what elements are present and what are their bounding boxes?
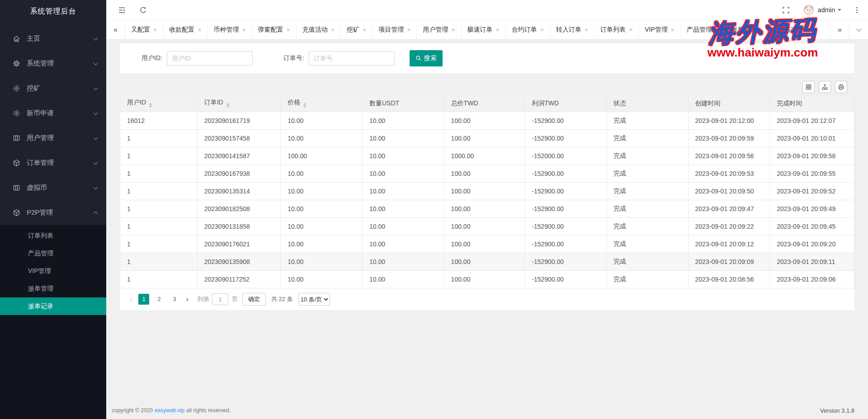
- refresh-icon[interactable]: [139, 6, 147, 14]
- tab-2[interactable]: 币种管理×: [208, 20, 252, 39]
- search-button[interactable]: 搜索: [410, 50, 443, 66]
- table-cell: -152900.00: [525, 253, 607, 271]
- close-icon[interactable]: ×: [496, 26, 500, 33]
- close-icon[interactable]: ×: [585, 26, 588, 33]
- tab-13[interactable]: 产品管理×: [681, 20, 725, 39]
- close-icon[interactable]: ×: [242, 26, 245, 33]
- tab-3[interactable]: 弹窗配置×: [252, 20, 297, 39]
- column-header[interactable]: 订单ID: [197, 95, 281, 112]
- close-icon[interactable]: ×: [804, 27, 807, 34]
- sort-icon[interactable]: [226, 102, 229, 109]
- table-cell: 10.00: [362, 218, 444, 235]
- table-cell: 完成: [606, 130, 688, 147]
- close-icon[interactable]: ×: [760, 26, 763, 33]
- easyweb-link[interactable]: easyweb.vip: [155, 407, 184, 414]
- close-icon[interactable]: ×: [451, 26, 455, 33]
- avatar[interactable]: [803, 5, 814, 15]
- orders-table: 用户ID订单ID价格数量USDT总价TWD利润TWD状态创建时间完成时间 160…: [120, 95, 854, 288]
- page-number-1[interactable]: 1: [138, 294, 149, 305]
- table-cell: 2023090167938: [197, 165, 281, 183]
- menu-fold-icon[interactable]: [118, 6, 126, 14]
- page-number-3[interactable]: 3: [169, 294, 180, 305]
- table-cell: 完成: [606, 183, 688, 200]
- sidebar-item-0[interactable]: 主页: [0, 26, 106, 51]
- username[interactable]: admin: [818, 6, 835, 14]
- table-panel: 用户ID订单ID价格数量USDT总价TWD利润TWD状态创建时间完成时间 160…: [120, 79, 854, 310]
- prev-page-icon[interactable]: ‹: [126, 295, 136, 304]
- sidebar-item-1[interactable]: 系统管理: [0, 51, 106, 76]
- sidebar-item-6[interactable]: 虚拟币: [0, 175, 106, 200]
- tabs-scroll-left-icon[interactable]: «: [106, 20, 125, 39]
- tab-label: VIP管理: [645, 26, 668, 34]
- tab-11[interactable]: 订单列表×: [594, 20, 639, 39]
- sort-icon[interactable]: [149, 102, 152, 109]
- tab-9[interactable]: 合约订单×: [506, 20, 550, 39]
- close-icon[interactable]: ×: [331, 26, 335, 33]
- tab-12[interactable]: VIP管理×: [639, 20, 681, 39]
- tab-15[interactable]: 派单记录×: [769, 20, 814, 39]
- table-row: 1202309017602110.0010.00100.00-152900.00…: [120, 235, 854, 253]
- page-number-2[interactable]: 2: [154, 294, 165, 305]
- columns-filter-icon[interactable]: [802, 81, 815, 93]
- table-cell: 10.00: [281, 218, 363, 235]
- tab-label: 币种管理: [213, 26, 239, 34]
- more-vertical-icon[interactable]: [853, 6, 861, 14]
- table-cell: 1: [120, 200, 198, 218]
- sidebar-subitem-0[interactable]: 订单列表: [0, 227, 106, 245]
- tab-8[interactable]: 极速订单×: [462, 20, 506, 39]
- table-row: 1202309013531410.0010.00100.00-152900.00…: [120, 183, 854, 200]
- tab-14[interactable]: 派单管理×: [725, 20, 769, 39]
- tabs-scroll-right-icon[interactable]: »: [830, 20, 849, 39]
- sidebar-subitem-1[interactable]: 产品管理: [0, 245, 106, 262]
- tab-label: 订单列表: [600, 26, 626, 34]
- export-icon[interactable]: [819, 81, 831, 93]
- chevron-down-icon: [94, 110, 98, 115]
- sidebar-item-5[interactable]: 订单管理: [0, 151, 106, 175]
- fullscreen-icon[interactable]: [782, 6, 790, 14]
- sort-icon[interactable]: [303, 102, 306, 109]
- close-icon[interactable]: ×: [671, 26, 675, 33]
- sidebar-item-4[interactable]: 用户管理: [0, 126, 106, 151]
- sidebar-item-label: 系统管理: [27, 59, 54, 68]
- close-icon[interactable]: ×: [715, 26, 719, 33]
- next-page-icon[interactable]: ›: [182, 295, 192, 304]
- tab-0[interactable]: 又配置×: [125, 20, 163, 39]
- tab-4[interactable]: 充值活动×: [297, 20, 341, 39]
- confirm-button[interactable]: 确定: [242, 293, 266, 306]
- copyright-prefix: copyright © 2020: [112, 407, 153, 414]
- close-icon[interactable]: ×: [540, 26, 544, 33]
- tabs-dropdown-icon[interactable]: [849, 20, 868, 39]
- user-id-input[interactable]: [167, 51, 253, 66]
- tab-1[interactable]: 收款配置×: [163, 20, 208, 39]
- print-icon[interactable]: [835, 81, 847, 93]
- cube-icon: [13, 159, 20, 167]
- order-no-input[interactable]: [309, 51, 395, 66]
- table-cell: 2023-09-01 20:09:22: [688, 218, 770, 235]
- topbar: admin: [106, 0, 868, 20]
- sidebar-item-3[interactable]: 新币申请: [0, 101, 106, 126]
- close-icon[interactable]: ×: [407, 26, 410, 33]
- sidebar-subitem-3[interactable]: 派单管理: [0, 280, 106, 297]
- close-icon[interactable]: ×: [629, 26, 632, 33]
- table-cell: 2023-09-01 20:09:45: [770, 218, 854, 235]
- sidebar-item-2[interactable]: 挖矿: [0, 76, 106, 101]
- table-cell: 10.00: [362, 200, 444, 218]
- sidebar-subitem-2[interactable]: VIP管理: [0, 262, 106, 280]
- sidebar-item-7[interactable]: P2P管理: [0, 200, 106, 225]
- tab-7[interactable]: 用户管理×: [417, 20, 461, 39]
- tab-10[interactable]: 转入订单×: [550, 20, 594, 39]
- column-header[interactable]: 用户ID: [120, 95, 198, 112]
- column-header[interactable]: 价格: [281, 95, 363, 112]
- close-icon[interactable]: ×: [153, 26, 157, 33]
- cube-icon: [13, 209, 20, 217]
- search-icon: [415, 55, 422, 61]
- close-icon[interactable]: ×: [198, 26, 201, 33]
- page-size-select[interactable]: 10 条/页: [298, 293, 330, 306]
- sidebar-subitem-4[interactable]: 派单记录: [0, 297, 106, 315]
- close-icon[interactable]: ×: [363, 26, 366, 33]
- tab-label: 转入订单: [556, 26, 581, 34]
- goto-page-input[interactable]: [212, 293, 228, 305]
- close-icon[interactable]: ×: [287, 26, 290, 33]
- tab-6[interactable]: 项目管理×: [373, 20, 417, 39]
- tab-5[interactable]: 挖矿×: [341, 20, 373, 39]
